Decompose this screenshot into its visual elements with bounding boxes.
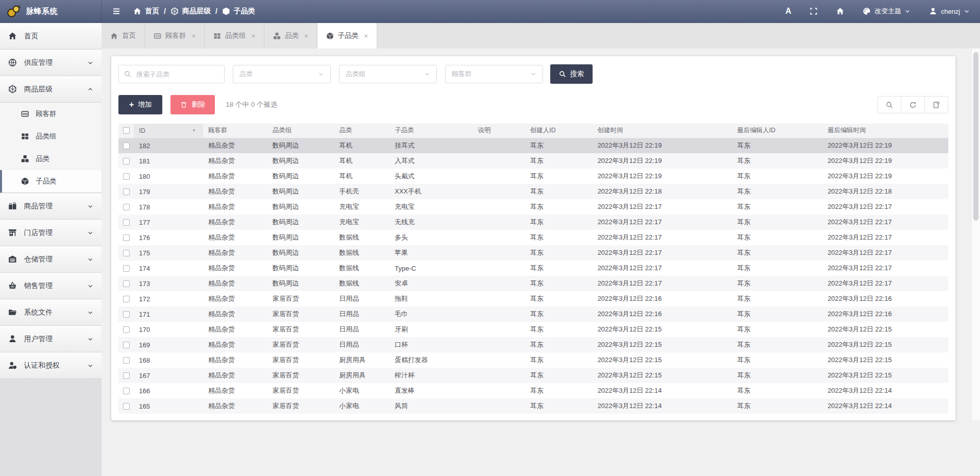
- select-all-checkbox[interactable]: [123, 127, 130, 134]
- table-row[interactable]: 171精品杂货家居百货日用品毛巾耳东2022年3月12日 22:16耳东2022…: [118, 306, 948, 322]
- navbar-main: 首页/商品层级/子品类 A 改变主题: [102, 0, 980, 22]
- table-row[interactable]: 170精品杂货家居百货日用品牙刷耳东2022年3月12日 22:15耳东2022…: [118, 322, 948, 337]
- tab-品类[interactable]: 品类×: [264, 23, 317, 49]
- sidebar-item-商品层级[interactable]: 商品层级: [0, 76, 102, 103]
- export-button[interactable]: [924, 96, 948, 113]
- filter-select-顾客群[interactable]: 顾客群: [445, 65, 543, 83]
- cell-ID: 170: [134, 322, 203, 337]
- add-button[interactable]: + 增加: [118, 95, 162, 114]
- search-input[interactable]: [135, 70, 227, 79]
- cell-最后编辑人ID: 耳东: [732, 169, 822, 184]
- row-checkbox[interactable]: [123, 204, 130, 210]
- row-checkbox[interactable]: [123, 326, 130, 333]
- table-row[interactable]: 177精品杂货数码周边充电宝无线充耳东2022年3月12日 22:17耳东202…: [118, 215, 948, 230]
- table-row[interactable]: 165精品杂货家居百货小家电风筒耳东2022年3月12日 22:14耳东2022…: [118, 398, 948, 414]
- row-checkbox[interactable]: [123, 158, 130, 164]
- row-checkbox[interactable]: [123, 372, 130, 379]
- home-shortcut-icon[interactable]: [836, 7, 844, 15]
- table-search-button[interactable]: [877, 96, 901, 113]
- sidebar-item-认证和授权[interactable]: 认证和授权: [0, 352, 102, 379]
- table-row[interactable]: 166精品杂货家居百货小家电直发棒耳东2022年3月12日 22:14耳东202…: [118, 383, 948, 398]
- cell-ID: 174: [134, 260, 203, 276]
- sidebar-item-销售管理[interactable]: 销售管理: [0, 273, 102, 299]
- table-row[interactable]: 169精品杂货家居百货日用品口杯耳东2022年3月12日 22:15耳东2022…: [118, 337, 948, 352]
- selection-status: 18 个中 0 个被选: [226, 100, 277, 109]
- table-row[interactable]: 179精品杂货数码周边手机壳XXX手机耳东2022年3月12日 22:18耳东2…: [118, 184, 948, 199]
- tab-首页[interactable]: 首页: [102, 23, 145, 49]
- table-row[interactable]: 175精品杂货数码周边数据线苹果耳东2022年3月12日 22:17耳东2022…: [118, 245, 948, 260]
- breadcrumb-item[interactable]: 商品层级: [170, 7, 211, 16]
- vertical-scrollbar-track[interactable]: [971, 49, 980, 420]
- sidebar-item-系统文件[interactable]: 系统文件: [0, 299, 102, 326]
- sidebar-item-用户管理[interactable]: 用户管理: [0, 326, 102, 352]
- cell-品类: 厨房用具: [334, 368, 390, 383]
- cell-最后编辑时间: 2022年3月12日 22:16: [822, 291, 948, 306]
- cell-品类: 厨房用具: [334, 352, 390, 368]
- row-checkbox[interactable]: [123, 265, 130, 272]
- row-checkbox[interactable]: [123, 280, 130, 287]
- table-row[interactable]: 178精品杂货数码周边充电宝充电宝耳东2022年3月12日 22:17耳东202…: [118, 199, 948, 215]
- cell-创建时间: 2022年3月12日 22:19: [593, 153, 732, 169]
- refresh-button[interactable]: [901, 96, 925, 113]
- sidebar-item-门店管理[interactable]: 门店管理: [0, 220, 102, 246]
- tab-顾客群[interactable]: 顾客群×: [145, 23, 205, 49]
- sidebar-item-品类[interactable]: 品类: [0, 148, 102, 170]
- row-checkbox[interactable]: [123, 142, 130, 149]
- row-checkbox[interactable]: [123, 403, 130, 410]
- vertical-scrollbar-thumb[interactable]: [973, 52, 978, 221]
- breadcrumb-item[interactable]: 首页: [133, 7, 159, 16]
- cell-ID: 180: [134, 169, 203, 184]
- row-checkbox[interactable]: [123, 173, 130, 180]
- cell-顾客群: 精品杂货: [203, 184, 267, 199]
- table-row[interactable]: 180精品杂货数码周边耳机头戴式耳东2022年3月12日 22:19耳东2022…: [118, 169, 948, 184]
- table-row[interactable]: 182精品杂货数码周边耳机挂耳式耳东2022年3月12日 22:19耳东2022…: [118, 138, 948, 153]
- table-row[interactable]: 172精品杂货家居百货日用品拖鞋耳东2022年3月12日 22:16耳东2022…: [118, 291, 948, 306]
- sidebar-item-顾客群[interactable]: 顾客群: [0, 103, 102, 125]
- user-menu[interactable]: chenzj: [929, 7, 970, 15]
- row-checkbox[interactable]: [123, 357, 130, 364]
- row-checkbox[interactable]: [123, 250, 130, 256]
- cell-最后编辑时间: 2022年3月12日 22:14: [822, 383, 948, 398]
- row-checkbox[interactable]: [123, 296, 130, 302]
- tab-品类组[interactable]: 品类组×: [205, 23, 264, 49]
- filter-select-品类组[interactable]: 品类组: [339, 65, 437, 83]
- cell-说明: [473, 230, 525, 245]
- fullscreen-icon[interactable]: [810, 7, 818, 15]
- sidebar-item-首页[interactable]: 首页: [0, 23, 102, 50]
- search-button[interactable]: 搜索: [550, 64, 593, 84]
- cell-品类组: 数码周边: [267, 260, 334, 276]
- user-shield-icon: [8, 361, 17, 370]
- column-header-ID[interactable]: ID▼: [134, 124, 203, 138]
- table-row[interactable]: 174精品杂货数码周边数据线Type-C耳东2022年3月12日 22:17耳东…: [118, 260, 948, 276]
- cell-说明: [473, 276, 525, 291]
- globe-icon: [8, 58, 17, 67]
- row-checkbox[interactable]: [123, 342, 130, 348]
- table-row[interactable]: 167精品杂货家居百货厨房用具榨汁杯耳东2022年3月12日 22:15耳东20…: [118, 368, 948, 383]
- row-checkbox[interactable]: [123, 234, 130, 241]
- delete-button[interactable]: 删除: [170, 95, 215, 114]
- table-row[interactable]: 176精品杂货数码周边数据线多头耳东2022年3月12日 22:17耳东2022…: [118, 230, 948, 245]
- table-row[interactable]: 168精品杂货家居百货厨房用具蛋糕打发器耳东2022年3月12日 22:15耳东…: [118, 352, 948, 368]
- close-icon[interactable]: ×: [192, 32, 196, 40]
- row-checkbox[interactable]: [123, 188, 130, 195]
- sidebar-item-子品类[interactable]: 子品类: [0, 170, 102, 193]
- filter-select-品类[interactable]: 品类: [233, 65, 331, 83]
- sidebar-item-商品管理[interactable]: 商品管理: [0, 193, 102, 220]
- sidebar-item-品类组[interactable]: 品类组: [0, 125, 102, 148]
- font-size-button[interactable]: A: [786, 7, 792, 16]
- table-row[interactable]: 181精品杂货数码周边耳机入耳式耳东2022年3月12日 22:19耳东2022…: [118, 153, 948, 169]
- close-icon[interactable]: ×: [304, 32, 308, 40]
- theme-switcher[interactable]: 改变主题: [863, 7, 911, 16]
- row-checkbox[interactable]: [123, 388, 130, 394]
- cell-子品类: 口杯: [389, 337, 473, 352]
- row-checkbox[interactable]: [123, 311, 130, 318]
- row-checkbox[interactable]: [123, 219, 130, 226]
- tab-子品类[interactable]: 子品类×: [317, 23, 377, 49]
- breadcrumb-item[interactable]: 子品类: [222, 7, 255, 16]
- sidebar-item-仓储管理[interactable]: 仓储管理: [0, 246, 102, 273]
- hamburger-menu-icon[interactable]: [112, 7, 121, 15]
- close-icon[interactable]: ×: [252, 32, 256, 40]
- table-row[interactable]: 173精品杂货数码周边数据线安卓耳东2022年3月12日 22:17耳东2022…: [118, 276, 948, 291]
- close-icon[interactable]: ×: [364, 32, 368, 40]
- sidebar-item-供应管理[interactable]: 供应管理: [0, 50, 102, 76]
